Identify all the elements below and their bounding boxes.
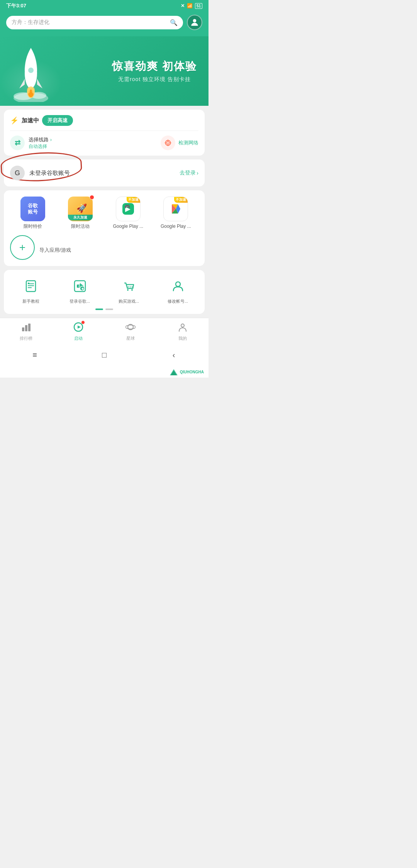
app-label-google-account: 限时特价: [24, 224, 42, 230]
rocket-app-icon: 🚀 永久加速: [68, 197, 93, 221]
svg-point-36: [131, 289, 133, 291]
login-link[interactable]: 去登录 ›: [180, 170, 198, 176]
banner-subtitle: 无需root 独立环境 告别卡挂: [112, 76, 197, 83]
nav-label-mine: 我的: [178, 336, 187, 341]
high-speed-button[interactable]: 开启高速: [42, 115, 73, 126]
status-time: 下午3:07: [6, 2, 26, 9]
app-label-gplay-color: Google Play ...: [161, 224, 191, 230]
route-info: 选择线路 › 自动选择: [29, 136, 52, 150]
nav-label-launch: 启动: [74, 336, 83, 341]
svg-point-9: [32, 87, 35, 93]
search-bar[interactable]: 方舟：生存进化 🔍: [6, 16, 183, 29]
apps-grid: 谷歌账号 限时特价 🚀 永久加速 限时活动 不加速: [10, 197, 198, 230]
ranking-icon: [21, 322, 31, 334]
svg-rect-41: [22, 327, 24, 331]
route-sub: 自动选择: [29, 143, 52, 150]
no-speed-badge: 不加速: [127, 197, 140, 203]
back-button[interactable]: ‹: [166, 348, 181, 363]
quick-label-edit-account: 修改帐号...: [168, 298, 188, 304]
quick-label-tutorial: 新手教程: [22, 298, 39, 304]
tutorial-icon: [21, 276, 41, 296]
nav-item-launch[interactable]: 启动: [67, 322, 90, 341]
add-app-icon: +: [10, 235, 35, 260]
dot-2: [105, 309, 113, 310]
quick-actions-grid: 新手教程 ★ 登录谷歌...: [8, 276, 201, 304]
quick-item-tutorial[interactable]: 新手教程: [8, 276, 54, 304]
account-name: 未登录谷歌账号: [29, 170, 175, 177]
nav-item-ranking[interactable]: 排行榜: [15, 322, 38, 341]
system-nav: ≡ □ ‹: [0, 344, 208, 367]
app-label-rocket: 限时活动: [71, 224, 90, 230]
route-title: 选择线路 ›: [29, 136, 52, 143]
watermark-text: QIUHONGHA: [180, 370, 204, 374]
route-left[interactable]: ⇄ 选择线路 › 自动选择: [10, 136, 52, 150]
route-icon: ⇄: [10, 136, 25, 150]
avatar[interactable]: [187, 15, 202, 30]
app-item-gplay-green[interactable]: 不加速 ▶ 🎮 Google Play ...: [105, 197, 151, 230]
no-speed-badge-2: 不加速: [174, 197, 188, 203]
quick-label-login: 登录谷歌...: [70, 298, 90, 304]
speed-card: ⚡ 加速中 开启高速 ⇄ 选择线路 › 自动选择: [4, 110, 205, 156]
rocket-illustration: [12, 44, 50, 102]
dot-1: [95, 309, 103, 310]
login-icon: ★: [70, 276, 90, 296]
app-item-rocket[interactable]: 🚀 永久加速 限时活动: [58, 197, 103, 230]
account-row: G 未登录谷歌账号 去登录 ›: [10, 166, 198, 180]
banner-text: 惊喜劲爽 初体验 无需root 独立环境 告别卡挂: [112, 59, 197, 83]
launch-badge: [81, 320, 85, 324]
svg-rect-43: [28, 324, 31, 331]
add-app-label: 导入应用/游戏: [39, 247, 71, 254]
battery-icon: 51: [195, 3, 202, 9]
quick-label-purchase: 购买游戏...: [119, 298, 139, 304]
route-right[interactable]: 检测网络: [161, 136, 198, 150]
bottom-nav: 排行榜 启动 星球 我的: [0, 318, 208, 344]
search-icon[interactable]: 🔍: [170, 19, 178, 26]
speed-header: ⚡ 加速中 开启高速: [10, 115, 198, 126]
banner: 惊喜劲爽 初体验 无需root 独立环境 告别卡挂: [0, 36, 208, 106]
svg-point-40: [176, 282, 180, 287]
svg-point-11: [167, 142, 170, 144]
planet-icon: [125, 322, 136, 334]
route-row: ⇄ 选择线路 › 自动选择: [10, 136, 198, 150]
detect-label: 检测网络: [178, 139, 198, 146]
page-dots: [8, 309, 201, 310]
menu-button[interactable]: ≡: [27, 348, 42, 363]
detect-button[interactable]: [161, 136, 175, 150]
app-label-gplay-green: Google Play ...: [113, 224, 143, 230]
nav-item-mine[interactable]: 我的: [171, 322, 194, 341]
svg-text:★: ★: [81, 287, 85, 291]
gplay-green-icon: 不加速 ▶ 🎮: [116, 197, 141, 221]
app-item-google-account[interactable]: 谷歌账号 限时特价: [10, 197, 56, 230]
svg-marker-45: [78, 326, 81, 329]
edit-account-icon: [168, 276, 188, 296]
account-card: G 未登录谷歌账号 去登录 ›: [4, 159, 205, 186]
quick-actions-card: 新手教程 ★ 登录谷歌...: [4, 270, 205, 314]
svg-rect-42: [25, 325, 27, 331]
content-area: ⚡ 加速中 开启高速 ⇄ 选择线路 › 自动选择: [0, 106, 208, 318]
mine-icon: [178, 322, 188, 334]
quick-item-purchase[interactable]: 购买游戏...: [106, 276, 152, 304]
quick-item-edit-account[interactable]: 修改帐号...: [155, 276, 201, 304]
svg-text:🚀: 🚀: [76, 203, 87, 214]
speed-status-label: 加速中: [22, 117, 39, 124]
google-account-icon: 谷歌账号: [20, 197, 45, 221]
google-avatar: G: [10, 166, 25, 180]
search-placeholder: 方舟：生存进化: [12, 19, 167, 26]
svg-point-5: [28, 67, 34, 73]
nav-item-planet[interactable]: 星球: [119, 322, 142, 341]
svg-point-48: [181, 324, 184, 327]
svg-point-0: [193, 19, 197, 22]
add-app-row[interactable]: + 导入应用/游戏: [10, 234, 198, 260]
svg-point-35: [127, 289, 129, 291]
divider: [10, 131, 198, 131]
speed-dot-icon: ⚡: [10, 116, 19, 125]
svg-text:🎮: 🎮: [124, 203, 130, 209]
home-button[interactable]: □: [97, 348, 112, 363]
wifi-icon: 📶: [187, 3, 193, 8]
banner-title: 惊喜劲爽 初体验: [112, 59, 197, 74]
app-item-gplay-color[interactable]: 不加速 Google Play ...: [153, 197, 199, 230]
apps-card: 谷歌账号 限时特价 🚀 永久加速 限时活动 不加速: [4, 190, 205, 266]
svg-point-10: [165, 140, 170, 145]
quick-item-login[interactable]: ★ 登录谷歌...: [57, 276, 103, 304]
nav-label-planet: 星球: [126, 336, 135, 341]
